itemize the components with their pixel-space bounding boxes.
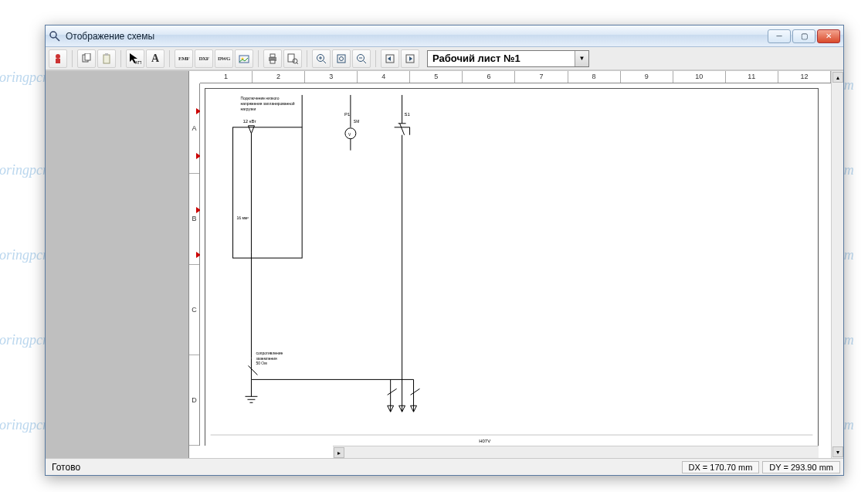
svg-rect-5: [85, 53, 90, 60]
svg-line-58: [248, 365, 257, 375]
horizontal-ruler: 1 2 3 4 5 6 7 8 9 10 11 12: [200, 71, 831, 83]
schematic-svg: Подключение низкого напряжения запланиро…: [205, 89, 818, 446]
svg-point-23: [340, 56, 344, 60]
svg-marker-30: [409, 56, 412, 61]
canvas[interactable]: Подключение низкого напряжения запланиро…: [200, 83, 831, 446]
export-image-button[interactable]: [235, 49, 253, 68]
prev-sheet-button[interactable]: [381, 49, 399, 68]
svg-text:напряжения запланированной: напряжения запланированной: [241, 102, 295, 106]
zoom-fit-button[interactable]: [332, 49, 351, 68]
svg-text:S1: S1: [405, 112, 411, 117]
workarea: 1 2 3 4 5 6 7 8 9 10 11 12 A B C D: [46, 70, 843, 458]
close-button[interactable]: ✕: [817, 29, 840, 43]
app-icon: [49, 30, 61, 42]
status-dy: DY = 293.90 mm: [762, 461, 840, 473]
horizontal-scrollbar[interactable]: ◂ ▸: [333, 446, 819, 458]
paste-button[interactable]: [97, 49, 116, 68]
svg-line-17: [297, 63, 298, 64]
svg-text:ATT: ATT: [135, 60, 141, 65]
svg-point-2: [56, 54, 60, 59]
maximize-button[interactable]: ▢: [792, 29, 815, 43]
svg-rect-3: [56, 59, 60, 63]
thumbnail-strip[interactable]: [46, 71, 189, 458]
svg-rect-37: [233, 127, 303, 258]
sheet-selector[interactable]: Рабочий лист №1 ▼: [427, 50, 589, 67]
svg-text:нагрузки: нагрузки: [241, 107, 256, 111]
export-dxf-button[interactable]: DXF: [195, 49, 213, 68]
status-ready: Готово: [49, 462, 679, 473]
export-dwg-button[interactable]: DWG: [215, 49, 233, 68]
svg-text:50 Ом: 50 Ом: [256, 361, 267, 365]
statusbar: Готово DX = 170.70 mm DY = 293.90 mm: [46, 458, 843, 475]
pointer-att-button[interactable]: ATT: [126, 49, 144, 68]
toolbar: ATT A EMF DXF DWG: [46, 47, 843, 70]
svg-text:сопротивление: сопротивление: [256, 351, 283, 355]
scroll-up-icon[interactable]: ▴: [832, 72, 843, 83]
titlebar[interactable]: Отображение схемы ─ ▢ ✕: [46, 25, 843, 47]
scroll-down-icon[interactable]: ▾: [832, 446, 843, 457]
chevron-down-icon: ▼: [575, 51, 588, 66]
svg-rect-22: [337, 55, 345, 63]
text-button[interactable]: A: [146, 49, 164, 68]
print-button[interactable]: [263, 49, 282, 68]
svg-text:P1: P1: [344, 112, 351, 117]
export-emf-button[interactable]: EMF: [175, 49, 193, 68]
svg-rect-14: [270, 60, 275, 63]
drawing-area[interactable]: 1 2 3 4 5 6 7 8 9 10 11 12 A B C D: [189, 71, 831, 458]
svg-text:16 мм²: 16 мм²: [237, 216, 249, 220]
svg-rect-15: [288, 54, 294, 62]
svg-rect-6: [103, 55, 110, 63]
minimize-button[interactable]: ─: [768, 29, 791, 43]
app-window: Отображение схемы ─ ▢ ✕ ATT A EMF DXF DW…: [45, 25, 844, 476]
drawing-sheet: Подключение низкого напряжения запланиро…: [205, 88, 819, 446]
svg-rect-7: [105, 53, 108, 56]
print-preview-button[interactable]: [283, 49, 302, 68]
svg-line-66: [388, 389, 397, 395]
sheet-selector-value: Рабочий лист №1: [428, 53, 575, 64]
copy-button[interactable]: [77, 49, 96, 68]
svg-text:заземления: заземления: [256, 357, 277, 361]
svg-text:SM: SM: [354, 120, 359, 124]
status-dx: DX = 170.70 mm: [682, 461, 760, 473]
svg-rect-13: [270, 54, 275, 57]
svg-text:12 кВт: 12 кВт: [242, 119, 256, 124]
vertical-ruler: A B C D: [189, 83, 200, 446]
window-title: Отображение схемы: [66, 31, 768, 42]
symbol-button[interactable]: [49, 49, 67, 68]
svg-line-26: [364, 60, 367, 63]
next-sheet-button[interactable]: [401, 49, 419, 68]
svg-line-1: [56, 37, 59, 41]
zoom-out-button[interactable]: [352, 49, 371, 68]
svg-line-67: [411, 389, 420, 395]
svg-line-21: [324, 60, 327, 63]
svg-marker-28: [388, 56, 391, 61]
svg-text:H07V: H07V: [479, 439, 490, 443]
zoom-in-button[interactable]: [312, 49, 331, 68]
svg-text:V: V: [348, 133, 351, 137]
svg-point-0: [50, 32, 56, 38]
vertical-scrollbar[interactable]: ▴ ▾: [831, 71, 843, 458]
svg-text:Подключение низкого: Подключение низкого: [241, 97, 280, 100]
scroll-right-icon[interactable]: ▸: [334, 447, 344, 458]
svg-line-49: [400, 124, 405, 135]
